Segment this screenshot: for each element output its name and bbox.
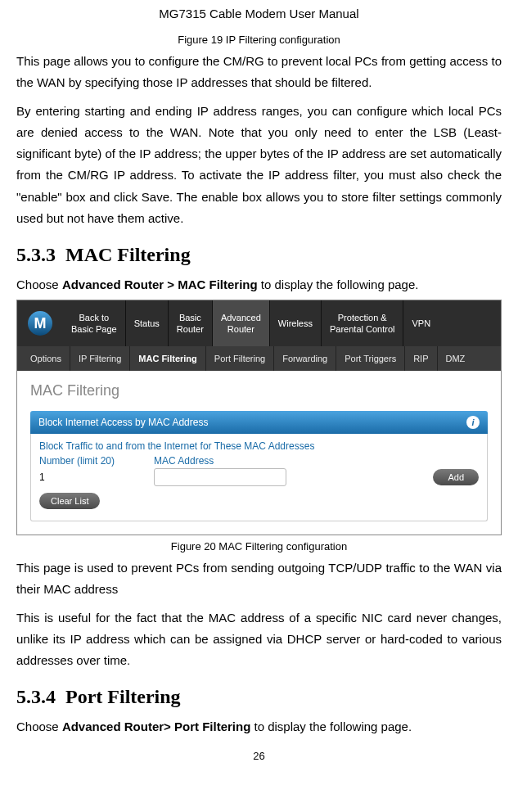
nav-protection-parental[interactable]: Protection & Parental Control (322, 300, 404, 346)
paragraph-ip-filter-detail: By entering starting and ending IP addre… (16, 101, 502, 230)
subnav-forwarding[interactable]: Forwarding (274, 346, 336, 371)
doc-header: MG7315 Cable Modem User Manual (16, 0, 502, 30)
section-title: MAC Filtering (65, 244, 191, 265)
add-button[interactable]: Add (433, 469, 479, 485)
mac-address-input[interactable] (154, 468, 286, 486)
nav-vpn[interactable]: VPN (403, 300, 439, 346)
nav-basic-router[interactable]: Basic Router (169, 300, 213, 346)
panel-header-label: Block Internet Access by MAC Address (38, 417, 208, 428)
instruction-port-filtering: Choose Advanced Router> Port Filtering t… (16, 720, 502, 733)
paragraph-mac-filter-detail: This is useful for the fact that the MAC… (16, 607, 502, 672)
paragraph-mac-filter-intro: This page is used to prevent PCs from se… (16, 557, 502, 601)
subnav-ip-filtering[interactable]: IP Filtering (70, 346, 130, 371)
info-icon[interactable]: i (466, 416, 480, 429)
paragraph-ip-filter-intro: This page allows you to configure the CM… (16, 51, 502, 94)
subnav-options[interactable]: Options (22, 346, 70, 371)
page-number: 26 (16, 750, 502, 762)
section-heading-5-3-4: 5.3.4 Port Filtering (16, 686, 502, 708)
section-number: 5.3.4 (16, 686, 56, 707)
panel-body: Block Traffic to and from the Internet f… (30, 434, 488, 521)
subnav-rip[interactable]: RIP (405, 346, 437, 371)
nav-status[interactable]: Status (126, 300, 169, 346)
panel-description: Block Traffic to and from the Internet f… (39, 440, 479, 452)
screenshot-page-title: MAC Filtering (30, 382, 488, 399)
panel-header-bar: Block Internet Access by MAC Address i (30, 411, 488, 434)
subnav-mac-filtering[interactable]: MAC Filtering (130, 346, 206, 371)
screenshot-topnav: M Back to Basic Page Status Basic Router… (17, 300, 501, 346)
subnav-dmz[interactable]: DMZ (438, 346, 474, 371)
nav-advanced-router[interactable]: Advanced Router (213, 300, 270, 346)
section-title: Port Filtering (65, 686, 181, 707)
nav-wireless[interactable]: Wireless (270, 300, 322, 346)
column-header-mac: MAC Address (154, 455, 214, 467)
nav-back-to-basic[interactable]: Back to Basic Page (63, 300, 126, 346)
brand-logo: M (17, 311, 63, 336)
row-number-value: 1 (39, 471, 154, 483)
figure-caption-20: Figure 20 MAC Filtering configuration (16, 540, 502, 553)
column-header-number: Number (limit 20) (39, 455, 154, 467)
instruction-mac-filtering: Choose Advanced Router > MAC Filtering t… (16, 277, 502, 291)
subnav-port-triggers[interactable]: Port Triggers (336, 346, 405, 371)
subnav-port-filtering[interactable]: Port Filtering (206, 346, 274, 371)
motorola-logo-icon: M (28, 311, 52, 336)
section-number: 5.3.3 (16, 244, 56, 265)
screenshot-mac-filtering: M Back to Basic Page Status Basic Router… (16, 300, 502, 535)
section-heading-5-3-3: 5.3.3 MAC Filtering (16, 244, 502, 266)
screenshot-subnav: Options IP Filtering MAC Filtering Port … (17, 346, 501, 371)
clear-list-button[interactable]: Clear List (39, 493, 100, 509)
figure-caption-19: Figure 19 IP Filtering configuration (16, 34, 502, 46)
